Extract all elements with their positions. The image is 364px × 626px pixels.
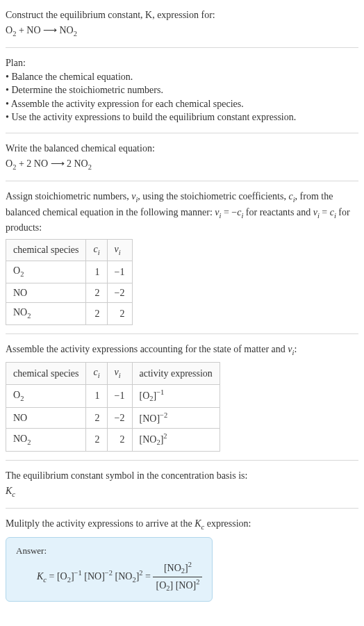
col-species: chemical species: [6, 363, 86, 384]
answer-lhs: Kc = [O2]−1 [NO]−2 [NO2]2 =: [37, 571, 153, 582]
kc-symbol: Kc: [6, 484, 358, 500]
table-row: NO2 2 2 [NO2]2: [6, 429, 220, 452]
col-species: chemical species: [6, 239, 86, 261]
cell-vi: −1: [107, 384, 132, 407]
plan-section: Plan: • Balance the chemical equation. •…: [6, 52, 358, 129]
plan-item: • Use the activity expressions to build …: [6, 110, 358, 124]
cell-species: NO: [6, 407, 86, 428]
cell-ci: 2: [86, 303, 107, 324]
table-row: NO 2 −2: [6, 283, 133, 303]
stoich-section: Assign stoichiometric numbers, νi, using…: [6, 186, 358, 329]
balanced-equation: O2 + 2 NO ⟶ 2 NO2: [6, 157, 358, 172]
plan-title: Plan:: [6, 56, 358, 70]
cell-ci: 1: [86, 261, 107, 283]
fraction-numerator: [NO2]2: [153, 560, 202, 577]
cell-species: O2: [6, 384, 86, 407]
divider: [6, 47, 358, 48]
activity-intro: Assemble the activity expressions accoun…: [6, 343, 358, 358]
col-ci: ci: [86, 363, 107, 384]
cell-vi: −1: [107, 261, 132, 283]
col-activity: activity expression: [132, 363, 220, 384]
prompt-text: Construct the equilibrium constant, K, e…: [6, 8, 358, 22]
col-vi: νi: [107, 239, 132, 261]
divider: [6, 508, 358, 509]
cell-vi: 2: [107, 429, 132, 452]
multiply-title: Mulitply the activity expressions to arr…: [6, 517, 358, 532]
cell-vi: −2: [107, 407, 132, 428]
table-row: NO2 2 2: [6, 303, 133, 324]
cell-expr: [NO]−2: [132, 407, 220, 428]
balanced-title: Write the balanced chemical equation:: [6, 142, 358, 156]
plan-item: • Assemble the activity expression for e…: [6, 97, 358, 111]
activity-table: chemical species ci νi activity expressi…: [6, 362, 220, 452]
cell-species: NO: [6, 283, 86, 303]
multiply-section: Mulitply the activity expressions to arr…: [6, 513, 358, 606]
cell-species: NO2: [6, 429, 86, 452]
cell-vi: 2: [107, 303, 132, 324]
table-header-row: chemical species ci νi: [6, 239, 133, 261]
cell-species: O2: [6, 261, 86, 283]
answer-label: Answer:: [16, 545, 202, 557]
cell-vi: −2: [107, 283, 132, 303]
answer-fraction: [NO2]2 [O2] [NO]2: [153, 560, 202, 594]
divider: [6, 181, 358, 181]
balanced-section: Write the balanced chemical equation: O2…: [6, 138, 358, 176]
cell-expr: [O2]−1: [132, 384, 220, 407]
cell-ci: 2: [86, 429, 107, 452]
stoich-table: chemical species ci νi O2 1 −1 NO 2 −2 N…: [6, 239, 133, 325]
col-ci: ci: [86, 239, 107, 261]
table-row: NO 2 −2 [NO]−2: [6, 407, 220, 428]
divider: [6, 133, 358, 133]
unbalanced-equation: O2 + NO ⟶ NO2: [6, 24, 358, 39]
cell-ci: 2: [86, 407, 107, 428]
cell-ci: 2: [86, 283, 107, 303]
plan-item: • Balance the chemical equation.: [6, 70, 358, 84]
plan-item: • Determine the stoichiometric numbers.: [6, 83, 358, 97]
answer-box: Answer: Kc = [O2]−1 [NO]−2 [NO2]2 = [NO2…: [6, 537, 213, 602]
table-row: O2 1 −1: [6, 261, 133, 283]
cell-species: NO2: [6, 303, 86, 324]
cell-ci: 1: [86, 384, 107, 407]
header-section: Construct the equilibrium constant, K, e…: [6, 4, 358, 43]
answer-equation: Kc = [O2]−1 [NO]−2 [NO2]2 = [NO2]2 [O2] …: [16, 560, 202, 594]
fraction-denominator: [O2] [NO]2: [153, 577, 202, 594]
activity-section: Assemble the activity expressions accoun…: [6, 338, 358, 456]
cell-expr: [NO2]2: [132, 429, 220, 452]
kc-symbol-title: The equilibrium constant symbol in the c…: [6, 469, 358, 483]
table-header-row: chemical species ci νi activity expressi…: [6, 363, 220, 384]
divider: [6, 460, 358, 461]
kc-symbol-section: The equilibrium constant symbol in the c…: [6, 465, 358, 504]
table-row: O2 1 −1 [O2]−1: [6, 384, 220, 407]
divider: [6, 333, 358, 334]
stoich-intro: Assign stoichiometric numbers, νi, using…: [6, 190, 358, 235]
col-vi: νi: [107, 363, 132, 384]
